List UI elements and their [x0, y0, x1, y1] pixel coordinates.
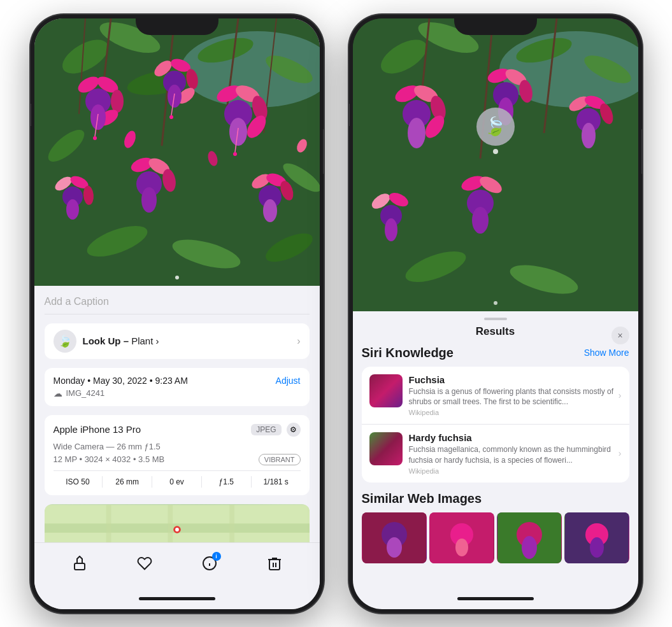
size-value: 3.5 MB: [138, 454, 164, 464]
svg-rect-70: [269, 560, 280, 570]
exif-iso: ISO 50: [54, 476, 103, 488]
results-title: Results: [476, 325, 515, 338]
camera-specs: Wide Camera — 26 mm ƒ1.5: [54, 442, 301, 451]
heart-button[interactable]: [132, 551, 157, 576]
similar-image-1[interactable]: [362, 512, 427, 563]
left-phone: Add a Caption 🍃 Look Up – Plant › › Mond…: [31, 15, 324, 613]
meta-date: Monday • May 30, 2022 • 9:23 AM: [54, 376, 188, 386]
close-button[interactable]: ×: [611, 327, 629, 344]
right-home-indicator: [353, 589, 638, 609]
lookup-chevron: ›: [297, 335, 300, 347]
similar-section: Similar Web Images: [362, 491, 629, 563]
results-sheet: Results × Siri Knowledge Show More: [353, 311, 638, 589]
svg-point-105: [472, 207, 489, 234]
right-photo-display[interactable]: 🍃: [353, 18, 638, 311]
svg-point-97: [582, 123, 596, 148]
svg-point-54: [93, 136, 97, 140]
similar-image-4[interactable]: [564, 512, 629, 563]
show-more-button[interactable]: Show More: [584, 348, 629, 358]
lookup-subject: Plant: [129, 335, 153, 346]
photo-dot: [175, 276, 179, 279]
siri-knowledge-header: Siri Knowledge Show More: [362, 346, 629, 360]
specs-row2: 12 MP • 3024 × 4032 • 3.5 MB VIBRANT: [54, 454, 301, 465]
mp-spec: 12 MP • 3024 × 4032 • 3.5 MB: [54, 454, 165, 464]
svg-point-116: [522, 536, 537, 559]
hardy-chevron: ›: [618, 448, 622, 458]
svg-point-113: [455, 539, 468, 556]
cloud-icon: ☁: [54, 388, 62, 398]
sheet-header: Results ×: [353, 325, 638, 346]
knowledge-item-fuchsia[interactable]: Fuchsia Fuchsia is a genus of flowering …: [362, 367, 629, 425]
map-preview[interactable]: [45, 504, 310, 542]
exif-row: ISO 50 26 mm 0 ev ƒ1.5 1/181 s: [54, 470, 301, 488]
sheet-handle: [484, 318, 507, 320]
hardy-text: Hardy fuchsia Fuchsia magellanica, commo…: [409, 432, 622, 475]
plant-lookup-icon: 🍃: [54, 330, 76, 353]
fuchsia-name: Fuchsia: [409, 374, 622, 385]
lookup-row[interactable]: 🍃 Look Up – Plant › ›: [45, 323, 310, 359]
fuchsia-source: Wikipedia: [409, 409, 622, 416]
fuchsia-thumbnail: [369, 374, 403, 407]
siri-visual-lookup-bubble[interactable]: 🍃: [476, 108, 515, 146]
sheet-content: Siri Knowledge Show More Fuchsia Fuchsia…: [353, 346, 638, 589]
device-row: Apple iPhone 13 Pro JPEG ⚙: [54, 423, 301, 437]
svg-rect-66: [75, 563, 85, 570]
filename: IMG_4241: [66, 388, 105, 398]
exif-shutter: 1/181 s: [252, 476, 301, 488]
hardy-source: Wikipedia: [409, 467, 622, 475]
info-button[interactable]: i: [197, 551, 222, 576]
lookup-label: Look Up –: [83, 335, 129, 346]
svg-point-87: [408, 118, 425, 148]
fuchsia-chevron: ›: [618, 390, 622, 400]
exif-focal: 26 mm: [103, 476, 152, 488]
lookup-text: Look Up – Plant ›: [83, 335, 159, 346]
fuchsia-text: Fuchsia Fuchsia is a genus of flowering …: [409, 374, 622, 417]
right-phone: 🍃 Results × Siri Knowledge Show More: [349, 15, 642, 613]
svg-rect-63: [229, 505, 234, 542]
svg-point-56: [169, 115, 173, 119]
svg-rect-62: [168, 505, 173, 542]
svg-point-58: [233, 152, 237, 156]
hardy-name: Hardy fuchsia: [409, 432, 622, 443]
right-phone-screen: 🍃 Results × Siri Knowledge Show More: [353, 18, 638, 609]
share-button[interactable]: [67, 551, 92, 576]
exif-ev: 0 ev: [152, 476, 202, 488]
left-phone-screen: Add a Caption 🍃 Look Up – Plant › › Mond…: [34, 18, 320, 609]
gear-icon[interactable]: ⚙: [287, 423, 301, 437]
similar-image-3[interactable]: [497, 512, 562, 563]
photo-display[interactable]: [34, 18, 320, 286]
svg-point-101: [385, 218, 397, 241]
svg-point-110: [387, 537, 402, 558]
phone-notch: [136, 15, 218, 35]
svg-point-31: [229, 118, 247, 146]
svg-point-16: [111, 90, 124, 113]
info-badge: i: [212, 552, 221, 561]
device-badges: JPEG ⚙: [251, 423, 300, 437]
caption-input[interactable]: Add a Caption: [45, 296, 310, 314]
toolbar: i: [34, 542, 320, 589]
similar-images-row: [362, 512, 629, 563]
svg-point-46: [263, 199, 277, 222]
knowledge-item-hardy-fuchsia[interactable]: Hardy fuchsia Fuchsia magellanica, commo…: [362, 424, 629, 483]
right-phone-notch: [454, 15, 537, 35]
meta-date-row: Monday • May 30, 2022 • 9:23 AM Adjust: [54, 376, 301, 386]
svg-point-119: [590, 537, 604, 558]
trash-button[interactable]: [262, 551, 287, 576]
right-photo-dot: [494, 301, 497, 305]
adjust-button[interactable]: Adjust: [276, 376, 301, 386]
siri-knowledge-title: Siri Knowledge: [362, 346, 454, 360]
similar-title: Similar Web Images: [362, 491, 629, 506]
hardy-thumbnail: [369, 432, 403, 465]
vibrant-badge: VIBRANT: [259, 454, 301, 465]
siri-dot: [493, 149, 498, 154]
exif-aperture: ƒ1.5: [202, 476, 252, 488]
info-panel: Add a Caption 🍃 Look Up – Plant › › Mond…: [34, 286, 320, 542]
svg-point-41: [141, 187, 157, 213]
similar-image-2[interactable]: [429, 512, 494, 563]
right-home-bar: [457, 597, 534, 600]
mp-value: 12 MP: [54, 454, 77, 464]
jpeg-badge: JPEG: [251, 424, 281, 435]
home-bar: [139, 597, 215, 600]
fuchsia-desc: Fuchsia is a genus of flowering plants t…: [409, 386, 622, 408]
device-section: Apple iPhone 13 Pro JPEG ⚙ Wide Camera —…: [45, 415, 310, 495]
